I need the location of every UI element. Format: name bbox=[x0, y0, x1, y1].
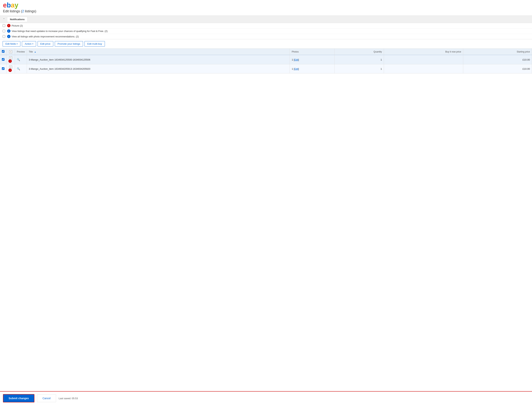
notifications-header: ⌃ Notifications bbox=[0, 16, 532, 23]
edit-multibuy-button[interactable]: Edit multi-buy bbox=[85, 41, 105, 47]
promote-listings-button[interactable]: Promote your listings bbox=[55, 41, 83, 47]
notifications-panel: ⌃ Notifications ! Picture (2) i View lis… bbox=[0, 15, 532, 39]
row1-buy-now-price-cell bbox=[384, 55, 463, 64]
action-button[interactable]: Action ▾ bbox=[22, 41, 36, 47]
error-icon: ! bbox=[7, 24, 10, 27]
action-arrow-icon: ▾ bbox=[32, 43, 33, 45]
th-starting-price: Starting price bbox=[463, 49, 532, 55]
row2-preview-cell: 🔍 bbox=[15, 64, 27, 74]
notification-checkbox-3[interactable] bbox=[3, 35, 5, 38]
row2-expand-cell: + ! bbox=[7, 64, 15, 74]
table-row: + ! 🔍 3-Mango_Auction_item 1634934205913… bbox=[0, 64, 532, 74]
row1-starting-price-cell: £10.00 bbox=[463, 55, 532, 64]
select-all-checkbox[interactable] bbox=[2, 50, 5, 53]
listings-table-container: + Preview Title ▲ Photos Quantity bbox=[0, 49, 532, 74]
expand-all-icon[interactable]: + bbox=[9, 50, 12, 53]
row2-title-cell: 3-Mango_Auction_item 1634934205913-16349… bbox=[27, 64, 290, 74]
header: ebay Edit listings (2 listings) bbox=[0, 0, 532, 15]
row2-preview-icon[interactable]: 🔍 bbox=[17, 67, 20, 70]
row1-expand-icon[interactable]: + bbox=[9, 56, 12, 60]
info-icon-2: i bbox=[7, 35, 10, 38]
row2-edit-photo-link[interactable]: Edit bbox=[294, 68, 298, 70]
toolbar: Edit fields ▾ Action ▾ Edit price Promot… bbox=[0, 39, 532, 49]
row1-error-icon: ! bbox=[8, 60, 12, 63]
row2-buy-now-price-cell bbox=[384, 64, 463, 74]
listings-table: + Preview Title ▲ Photos Quantity bbox=[0, 49, 532, 74]
row1-title-cell: 3-Mango_Auction_item 1634934125500-16349… bbox=[27, 55, 290, 64]
logo-y: y bbox=[14, 2, 18, 9]
page-title: Edit listings (2 listings) bbox=[3, 9, 529, 13]
notification-text-1: Picture (2) bbox=[12, 24, 23, 27]
notification-row: i View listings that need updates to inc… bbox=[0, 28, 532, 34]
row1-select-checkbox[interactable] bbox=[2, 58, 5, 61]
row1-photos-cell: 1 [Edit] bbox=[290, 55, 335, 64]
th-select-all bbox=[0, 49, 7, 55]
row1-preview-cell: 🔍 bbox=[15, 55, 27, 64]
th-expand: + bbox=[7, 49, 15, 55]
edit-fields-button[interactable]: Edit fields ▾ bbox=[3, 41, 20, 47]
th-buy-now-price: Buy it now price bbox=[384, 49, 463, 55]
table-header-row: + Preview Title ▲ Photos Quantity bbox=[0, 49, 532, 55]
row2-photos-cell: 1 [Edit] bbox=[290, 64, 335, 74]
collapse-button[interactable]: ⌃ bbox=[2, 18, 6, 21]
notification-text-2: View listings that need updates to incre… bbox=[12, 30, 108, 33]
notification-row: ! Picture (2) bbox=[0, 23, 532, 28]
row2-select-checkbox[interactable] bbox=[2, 67, 5, 70]
row2-checkbox-cell bbox=[0, 64, 7, 74]
th-preview: Preview bbox=[15, 49, 27, 55]
notification-row: i View all listings with photo improveme… bbox=[0, 34, 532, 39]
row2-quantity-cell: 1 bbox=[335, 64, 384, 74]
edit-price-button[interactable]: Edit price bbox=[38, 41, 53, 47]
notification-checkbox-2[interactable] bbox=[3, 30, 5, 32]
logo-b: b bbox=[7, 2, 11, 9]
th-photos: Photos bbox=[290, 49, 335, 55]
row1-expand-cell: + ! bbox=[7, 55, 15, 64]
row1-checkbox-cell bbox=[0, 55, 7, 64]
ebay-logo: ebay bbox=[3, 2, 529, 9]
th-quantity: Quantity bbox=[335, 49, 384, 55]
info-icon-1: i bbox=[7, 29, 10, 33]
row1-quantity-cell: 1 bbox=[335, 55, 384, 64]
row2-expand-icon[interactable]: + bbox=[9, 66, 12, 69]
edit-fields-arrow-icon: ▾ bbox=[17, 43, 18, 45]
row1-edit-photo-link[interactable]: Edit bbox=[294, 59, 298, 61]
notification-checkbox-1[interactable] bbox=[3, 24, 5, 27]
title-sort-icon: ▲ bbox=[34, 51, 36, 53]
row1-preview-icon[interactable]: 🔍 bbox=[17, 58, 20, 61]
logo-a: a bbox=[11, 2, 14, 9]
notifications-tab: Notifications bbox=[7, 17, 27, 22]
table-row: + ! 🔍 3-Mango_Auction_item 1634934125500… bbox=[0, 55, 532, 64]
logo-e: e bbox=[3, 2, 7, 9]
th-title[interactable]: Title ▲ bbox=[27, 49, 290, 55]
notification-text-3: View all listings with photo improvement… bbox=[12, 35, 79, 38]
row2-error-icon: ! bbox=[8, 69, 12, 72]
row2-starting-price-cell: £10.00 bbox=[463, 64, 532, 74]
